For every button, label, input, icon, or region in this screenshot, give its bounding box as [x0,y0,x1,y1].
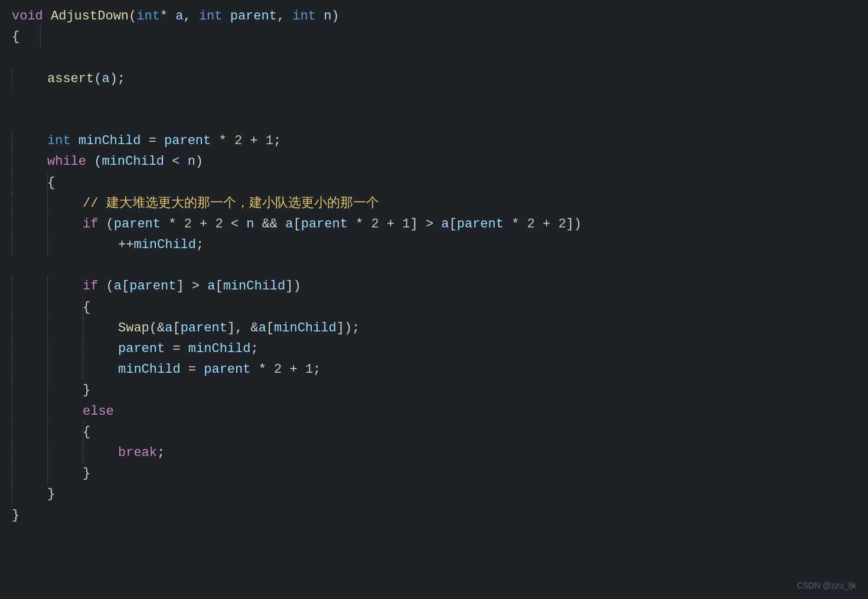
code-token: 2 [371,214,379,235]
code-token: * [160,6,175,27]
code-token: { [47,172,55,193]
code-line: Swap (& a [ parent ], & a [ minChild ]); [12,318,868,338]
code-token: ( [86,151,102,172]
code-token: parent [181,318,227,338]
code-token: [ [172,318,180,338]
code-token: ; [157,442,165,463]
code-token: minChild [223,276,286,297]
code-token: ]) [285,276,301,297]
code-token: a [259,318,266,338]
code-token: ]); [337,318,360,338]
code-token: 2 [558,214,566,235]
code-line: break ; [12,442,868,463]
code-line: ++ minChild ; [12,235,868,255]
code-line: if ( parent * 2 + 2 < n && a [ parent * … [12,214,868,235]
code-token: while [47,151,86,172]
code-token: parent [164,131,211,151]
code-token: else [83,401,114,422]
code-token: ( [129,6,136,27]
code-token: ( [98,276,113,297]
code-line: while ( minChild < n ) [12,151,868,172]
code-token: * [211,131,234,151]
code-token: a [175,6,183,27]
code-line: } [12,463,868,484]
code-token: { [83,422,90,442]
code-token: (& [149,318,165,338]
code-token: } [12,505,19,526]
code-token: [ [122,276,129,297]
code-token: ) [195,151,203,172]
code-token: + [379,214,403,235]
code-line: // 建大堆选更大的那一个，建小队选更小的那一个 [12,193,868,214]
code-token: a [102,69,109,89]
code-token: [ [215,276,223,297]
code-line: { [12,297,868,318]
code-token: int [136,6,160,27]
watermark: CSDN @zzu_ljk [797,579,856,592]
code-token: < [164,151,188,172]
code-token: { [83,297,90,318]
code-token: minChild [118,359,181,380]
code-token: int [199,6,223,27]
code-token: a [441,214,449,235]
code-token: + [192,214,216,235]
code-line: minChild = parent * 2 + 1 ; [12,359,868,380]
code-token: ]) [566,214,582,235]
code-token: ; [313,359,321,380]
code-token: AdjustDown [51,6,129,27]
code-token: 2 [184,214,192,235]
code-token: a [285,214,293,235]
code-token: [ [293,214,301,235]
code-line: else [12,401,868,422]
code-token: 1 [305,359,313,380]
code-token: a [165,318,172,338]
code-token: * [161,214,184,235]
code-token: int [292,6,316,27]
code-token: 2 [215,214,223,235]
code-token: // 建大堆选更大的那一个，建小队选更小的那一个 [83,193,379,214]
code-line [12,255,868,276]
code-line: { [12,422,868,442]
code-token: n [246,214,254,235]
code-token: && [254,214,285,235]
code-token: minChild [188,338,251,359]
code-token: * [250,359,274,380]
code-token: = [141,131,164,151]
code-token: = [181,359,204,380]
code-line: } [12,484,868,504]
code-token: = [165,338,188,359]
code-token: if [83,214,98,235]
code-token: parent [230,6,277,27]
code-token: ], & [227,318,259,338]
code-token: Swap [118,318,149,338]
code-token: ); [110,69,125,89]
code-token: [ [266,318,274,338]
code-token: 2 [527,214,535,235]
code-token: , [277,6,292,27]
code-line [12,89,868,110]
code-token: * [348,214,371,235]
code-token: if [83,276,98,297]
code-token: 2 [234,131,242,151]
code-token: + [282,359,305,380]
code-token: ; [196,235,204,255]
code-token [222,6,230,27]
code-token [316,6,324,27]
code-token: parent [204,359,250,380]
code-token: void [12,6,43,27]
code-line [12,47,868,68]
code-token: } [83,380,90,401]
code-token: n [324,6,331,27]
code-token: 1 [266,131,273,151]
code-line: } [12,505,868,526]
code-token: assert [47,69,94,89]
code-token: [ [449,214,457,235]
code-token: minChild [79,131,141,151]
code-token: ) [331,6,339,27]
code-token: * [504,214,527,235]
code-token [43,6,51,27]
code-token: 2 [274,359,282,380]
code-token [71,131,79,151]
code-line: void AdjustDown ( int * a , int parent ,… [12,6,868,27]
code-token: { [12,27,19,47]
